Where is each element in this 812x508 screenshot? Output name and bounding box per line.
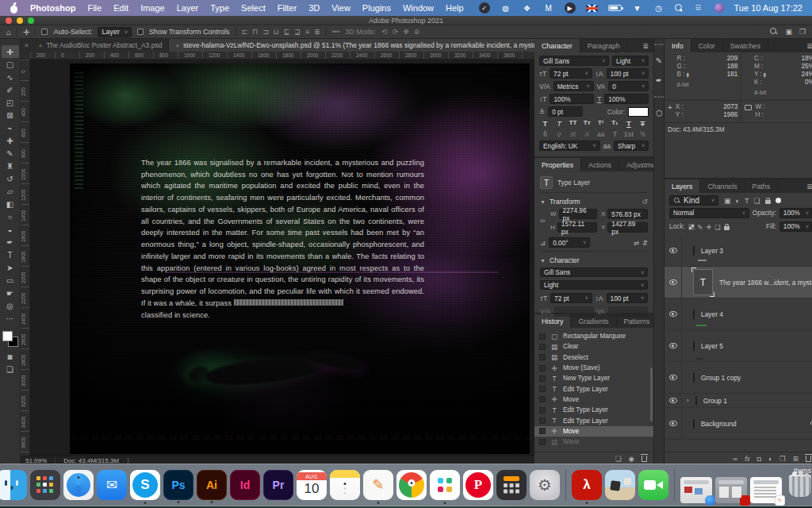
layer-thumbnail[interactable] xyxy=(693,373,695,383)
faux-italic-button[interactable]: T xyxy=(553,119,565,128)
3d-mode-icon[interactable]: ⟲ xyxy=(381,28,388,36)
3d-mode-icon[interactable]: ⊕ xyxy=(414,28,420,36)
control-center-icon[interactable]: ⌸ xyxy=(693,2,704,13)
layer-style-fx-icon[interactable]: fx xyxy=(745,455,750,463)
tool-button[interactable]: ◒ xyxy=(2,223,19,236)
history-source-well[interactable] xyxy=(539,354,546,360)
menu-item[interactable]: Window xyxy=(403,3,434,13)
history-item[interactable]: T New Type Layer xyxy=(534,373,653,383)
tool-button[interactable]: ✐ xyxy=(2,83,19,96)
panel-menu-icon[interactable]: ≣ xyxy=(802,39,812,52)
menu-item[interactable]: Image xyxy=(140,3,165,13)
discretionary-ligatures-button[interactable]: st xyxy=(567,130,579,138)
new-document-from-state-icon[interactable]: ❏ xyxy=(615,455,622,463)
align-icon[interactable]: ≣ xyxy=(314,28,320,36)
history-source-well[interactable] xyxy=(539,333,546,340)
layer-name[interactable]: Layer 5 xyxy=(701,342,723,350)
tab-channels[interactable]: Channels xyxy=(700,179,745,193)
history-source-well[interactable] xyxy=(539,407,546,414)
dock-calendar-icon[interactable]: AUG10 xyxy=(297,470,327,500)
vertical-ruler[interactable]: 0200400600800100012001400160018002000220… xyxy=(21,60,30,456)
history-item[interactable]: ▢ Rectangular Marquee xyxy=(534,331,653,341)
align-icon[interactable]: ⊑ xyxy=(284,28,290,36)
tool-button[interactable]: ▭ xyxy=(2,274,19,287)
align-icon[interactable]: ⊔ xyxy=(274,28,279,36)
dock-facetime-icon[interactable] xyxy=(638,470,668,500)
superscript-button[interactable]: T¹ xyxy=(595,119,607,128)
ordinals-button[interactable]: σ xyxy=(553,130,565,138)
layer-visibility-eye-icon[interactable] xyxy=(669,421,677,426)
tool-button[interactable]: ⊠ xyxy=(2,109,19,121)
tool-button[interactable]: ▢ xyxy=(2,58,19,71)
menu-item[interactable]: File xyxy=(87,3,102,13)
lock-artboard-icon[interactable]: ❏ xyxy=(714,223,720,231)
history-source-well[interactable] xyxy=(539,396,546,402)
auto-select-checkbox[interactable] xyxy=(41,29,48,35)
ordinal-button[interactable]: 1st xyxy=(622,130,634,138)
menu-item[interactable]: Select xyxy=(241,3,266,13)
transform-section-label[interactable]: Transform xyxy=(550,198,580,206)
tool-button[interactable]: ∿ xyxy=(2,71,19,83)
mcafee-icon[interactable]: M xyxy=(543,2,554,13)
dock-skype-icon[interactable]: S xyxy=(130,470,160,500)
dock-pages-icon[interactable]: ✎ xyxy=(363,470,393,500)
tab-close-icon[interactable]: × xyxy=(39,42,43,49)
quick-mask-button[interactable]: ◙ xyxy=(2,350,19,363)
x-field[interactable]: 576.83 px xyxy=(607,209,648,219)
properties-font-dropdown[interactable]: Gill Sans˅ xyxy=(540,267,648,277)
pasteboard[interactable]: The year 1866 was signalised by a remark… xyxy=(30,60,534,456)
tab-actions[interactable]: Actions xyxy=(581,158,619,171)
panel-menu-icon[interactable]: ≣ xyxy=(802,179,812,193)
history-item[interactable]: T Edit Type Layer xyxy=(534,405,653,415)
history-source-well[interactable] xyxy=(539,365,546,371)
tool-button[interactable]: T xyxy=(2,248,19,261)
workspace-icon[interactable]: ▣ xyxy=(785,28,792,36)
dock-minimized-pdf-window[interactable] xyxy=(715,477,747,503)
dock-finder-icon[interactable] xyxy=(0,470,27,500)
filter-pixel-layers-icon[interactable]: ▣ xyxy=(724,197,731,205)
flip-vertical-icon[interactable]: ⇵ xyxy=(642,239,648,247)
kerning-field[interactable]: Metrics˅ xyxy=(553,81,594,91)
new-layer-icon[interactable]: ⊞ xyxy=(793,455,799,463)
width-field[interactable]: 2274.96 px xyxy=(559,209,597,219)
tab-info[interactable]: Info xyxy=(665,39,691,52)
y-field[interactable]: 1427.89 px xyxy=(607,222,648,233)
layer-thumbnail[interactable]: T xyxy=(693,269,713,295)
history-item[interactable]: ✛ Move xyxy=(534,426,653,437)
tool-button[interactable]: ○ xyxy=(2,210,19,223)
layer-name[interactable]: Group 1 xyxy=(703,397,727,405)
dock-premiere-icon[interactable]: Pr xyxy=(263,470,293,500)
align-icon[interactable]: ⊐ xyxy=(262,28,269,36)
tool-button[interactable]: ↺ xyxy=(2,172,19,185)
menu-item[interactable]: Edit xyxy=(113,3,128,13)
menu-item[interactable]: Type xyxy=(210,3,229,13)
dock-slack-icon[interactable] xyxy=(430,470,460,500)
history-item[interactable]: ✛ Move xyxy=(534,394,653,405)
dock-minimized-safari-window[interactable] xyxy=(680,477,712,503)
tool-button[interactable]: ⌁ xyxy=(2,121,19,134)
fill-field[interactable]: 100%˅ xyxy=(779,221,812,232)
layer-row[interactable]: Group 1 copy xyxy=(665,362,812,394)
battery-icon[interactable] xyxy=(608,5,622,11)
dock-trash-icon[interactable] xyxy=(785,470,812,500)
history-source-well[interactable] xyxy=(539,375,546,382)
dock-indesign-icon[interactable]: Id xyxy=(230,470,260,500)
all-caps-button[interactable]: TT xyxy=(567,119,579,128)
tool-button[interactable]: ✚ xyxy=(2,134,19,147)
link-layers-icon[interactable]: ∞ xyxy=(733,455,737,463)
brush-settings-panel-icon[interactable]: ✎ xyxy=(656,56,662,65)
layer-visibility-eye-icon[interactable] xyxy=(669,248,677,253)
adjustment-layer-icon[interactable]: ◐ xyxy=(768,455,772,463)
screen-mode-button[interactable]: ❏ xyxy=(2,363,19,375)
strikethrough-button[interactable]: T xyxy=(637,119,649,128)
menu-item[interactable]: Help xyxy=(446,3,464,13)
vertical-scale-field[interactable]: 100% xyxy=(550,94,594,104)
tool-button[interactable]: ♜ xyxy=(2,160,19,172)
dock-preview-icon[interactable] xyxy=(605,470,635,500)
layer-filter-dropdown[interactable]: Kind˅ xyxy=(669,195,718,206)
3d-mode-icon[interactable]: ⟳ xyxy=(393,28,399,36)
font-size-field[interactable]: 72 pt˅ xyxy=(550,68,592,79)
layer-mask-icon[interactable]: ◘ xyxy=(757,455,761,463)
link-dimensions-icon[interactable]: ∞ xyxy=(540,217,546,225)
menu-item[interactable]: Photoshop xyxy=(30,3,75,13)
